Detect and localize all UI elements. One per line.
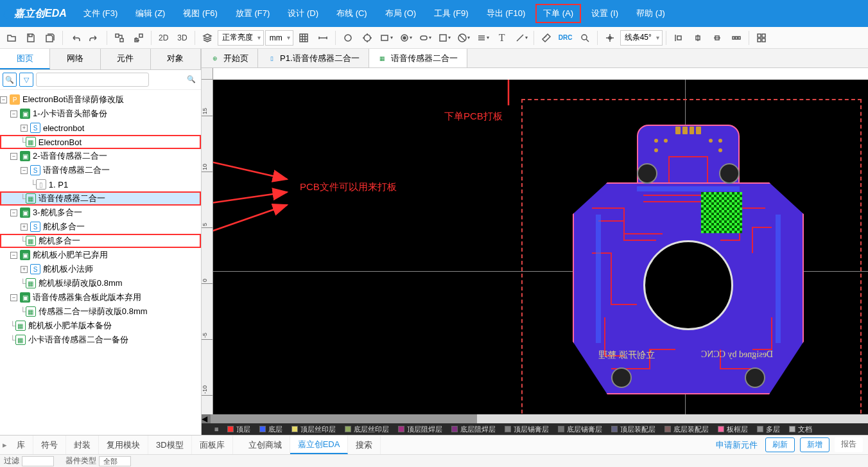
dimension-icon[interactable] [314,29,332,47]
menu-design[interactable]: 设计 (D) [280,4,326,23]
collapse-icon[interactable]: − [10,110,17,118]
tree-pcb[interactable]: └ ▦ 小卡语音传感器二合一备份 [0,333,201,347]
footer-tab-reuse[interactable]: 复用模块 [99,436,148,454]
unit-select[interactable]: mm [265,30,293,46]
footer-tab-search[interactable]: 搜索 [348,436,381,454]
layer-chip[interactable]: 底层 [256,425,286,434]
collapse-icon[interactable]: − [10,252,17,259]
menu-edit[interactable]: 编辑 (Z) [128,4,173,23]
refresh-button[interactable]: 刷新 [765,437,795,452]
menu-help[interactable]: 帮助 (J) [629,4,673,23]
menu-layout[interactable]: 布局 (O) [378,4,424,23]
fill-icon[interactable]: ▾ [435,29,453,47]
doc-tab-pcb[interactable]: ▦ 语音传感器二合一 [369,49,467,67]
layer-chip[interactable]: 底层丝印层 [341,425,393,434]
stack-icon[interactable]: ▾ [474,29,492,47]
menu-place[interactable]: 放置 (F7) [228,4,277,23]
tree-pcb[interactable]: └ ▦ 舵机板绿荫改版0.8mm [0,276,201,290]
layer-chip[interactable]: 顶层锡膏层 [501,425,553,434]
tree-sch[interactable]: − S 语音传感器二合一 [0,163,201,177]
tab-nets[interactable]: 网络 [50,49,100,69]
cross-probe2-icon[interactable] [130,29,148,47]
pcb-canvas[interactable]: 立创开源 整理 Designed by CCNC 下单PCB打板 PCB文件可以… [213,80,868,414]
view-2d-button[interactable]: 2D [155,29,172,47]
rect-icon[interactable]: ▾ [378,29,395,47]
tree-pcb-servo[interactable]: └ ▦ 舵机多合一 [0,234,201,248]
doc-tab-start[interactable]: ⊕ 开始页 [202,49,258,67]
layer-chip[interactable]: 顶层装配层 [607,425,659,434]
tree-sch[interactable]: + S 舵机多合一 [0,220,201,234]
tab-pages[interactable]: 图页 [0,49,50,69]
save-icon[interactable] [22,29,40,47]
search-icon[interactable] [576,29,594,47]
keepout-icon[interactable]: ▾ [455,29,473,47]
tree-sch[interactable]: + S 舵机板小法师 [0,262,201,276]
line-icon[interactable]: ▾ [512,29,530,47]
panel-search-input[interactable] [36,73,149,87]
menu-view[interactable]: 视图 (F6) [175,4,225,23]
layer-chip[interactable]: 底层锡膏层 [554,425,606,434]
tab-objects[interactable]: 对象 [151,49,201,69]
pcb-board[interactable]: 立创开源 整理 Designed by CCNC [573,125,804,414]
expand-icon[interactable]: + [21,224,28,231]
tree-folder[interactable]: − ▣ 舵机板小肥羊已弃用 [0,248,201,262]
footer-tab-lib[interactable]: 库 [9,436,33,454]
text-icon[interactable]: T [493,29,511,47]
layer-chip[interactable]: 顶层 [223,425,254,434]
menu-tools[interactable]: 工具 (F9) [426,4,476,23]
menu-order[interactable]: 下单 (A) [535,4,581,23]
layer-chip[interactable]: 文档 [785,425,816,434]
expand-icon[interactable]: + [21,266,28,273]
panelize-icon[interactable] [752,29,770,47]
tree-folder[interactable]: − ▣ 3-舵机多合一 [0,206,201,220]
layer-chip[interactable]: 板框层 [714,425,752,434]
tab-components[interactable]: 元件 [101,49,151,69]
redo-icon[interactable] [85,29,103,47]
grid-icon[interactable] [295,29,313,47]
pad-icon[interactable]: ▾ [416,29,434,47]
line-style-select[interactable]: 线条45° [620,30,663,46]
footer-tab-jlceda[interactable]: 嘉立创EDA [290,436,349,454]
layer-icon[interactable] [198,29,216,47]
open-icon[interactable] [3,29,21,47]
align-1-icon[interactable] [670,29,688,47]
origin-icon[interactable] [601,29,619,47]
collapse-icon[interactable]: − [21,167,28,174]
footer-tab-lcsc[interactable]: 立创商城 [241,436,290,454]
request-component-link[interactable]: 申请新元件 [708,439,765,451]
align-2-icon[interactable] [689,29,707,47]
circle-icon[interactable] [339,29,357,47]
footer-tab-3dmodel[interactable]: 3D模型 [148,436,192,454]
view-3d-button[interactable]: 3D [173,29,191,47]
tree-folder[interactable]: − ▣ 1-小卡语音头部备份 [0,107,201,121]
layer-chip[interactable]: 底层装配层 [661,425,713,434]
target-icon[interactable] [358,29,376,47]
cross-probe-icon[interactable] [110,29,128,47]
via-icon[interactable]: ▾ [397,29,415,47]
layer-chip[interactable]: 底层阻焊层 [447,425,499,434]
layer-chip[interactable]: 多层 [753,425,784,434]
doc-tab-sch[interactable]: ▯ P1.语音传感器二合一 [258,49,369,67]
tree-project-root[interactable]: − P ElectronBot语音绿荫修改版 [0,93,201,107]
add-button[interactable]: 新增 [800,437,829,452]
tree-pcb-electronbot[interactable]: └ ▦ ElectronBot [0,135,201,149]
expand-icon[interactable]: + [21,125,28,132]
menu-settings[interactable]: 设置 (I) [584,4,626,23]
save-all-icon[interactable] [41,29,59,47]
layer-menu-icon[interactable]: ≡ [214,425,218,433]
tree-pcb[interactable]: └ ▦ 传感器二合一绿荫改版0.8mm [0,304,201,319]
type-field[interactable]: 器件类型 全部 [65,455,131,466]
collapse-icon[interactable]: − [10,153,17,160]
align-3-icon[interactable] [708,29,726,47]
menu-export[interactable]: 导出 (F10) [479,4,534,23]
collapse-icon[interactable]: − [0,96,7,103]
tree-sch[interactable]: + S electronbot [0,121,201,135]
collapse-icon[interactable]: − [10,294,17,301]
tree-pcb[interactable]: └ ▦ 舵机板小肥羊版本备份 [0,319,201,333]
tree-folder[interactable]: − ▣ 语音传感器集合板此版本弃用 [0,290,201,304]
footer-tab-symbol[interactable]: 符号 [33,436,66,454]
search-mode-icon[interactable]: 🔍 [3,73,17,87]
measure-icon[interactable] [537,29,555,47]
footer-tab-footprint[interactable]: 封装 [66,436,99,454]
menu-file[interactable]: 文件 (F3) [76,4,125,23]
